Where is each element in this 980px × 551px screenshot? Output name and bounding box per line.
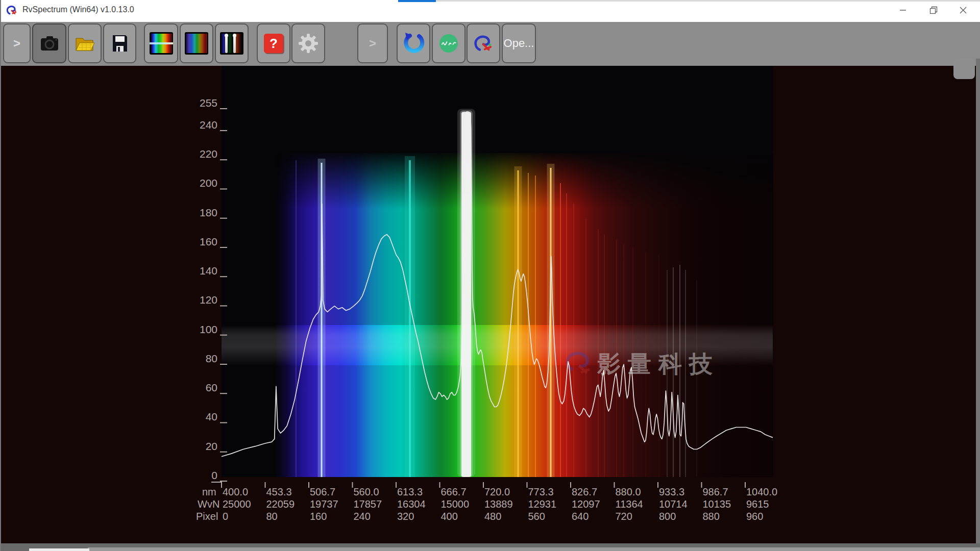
settings-button[interactable] bbox=[291, 23, 325, 63]
svg-text:9615: 9615 bbox=[746, 498, 769, 510]
svg-text:180: 180 bbox=[200, 207, 217, 218]
svg-text:100: 100 bbox=[200, 323, 217, 335]
svg-text:240: 240 bbox=[354, 511, 371, 522]
bottom-left-strip bbox=[29, 548, 89, 551]
svg-text:720: 720 bbox=[616, 511, 632, 522]
scroll-corner-handle[interactable] bbox=[953, 59, 975, 79]
svg-text:160: 160 bbox=[310, 511, 327, 522]
help-button[interactable]: ? bbox=[257, 23, 290, 63]
app-window: RvSpectrum (Win64) v1.0.13.0 > bbox=[0, 0, 980, 551]
x-axis: nm400.0453.3506.7560.0613.3666.7720.0773… bbox=[196, 482, 777, 522]
svg-text:140: 140 bbox=[200, 265, 217, 277]
restore-icon bbox=[929, 6, 938, 14]
svg-text:影量科技: 影量科技 bbox=[597, 350, 720, 378]
svg-text:800: 800 bbox=[659, 511, 676, 522]
spectrum-chart-area[interactable]: 影量科技255240220200180160140120100806040200… bbox=[1, 66, 980, 543]
rotate-ccw-icon bbox=[402, 32, 425, 55]
svg-text:880.0: 880.0 bbox=[616, 486, 641, 497]
smooth-curve-button[interactable] bbox=[432, 23, 465, 63]
save-floppy-icon bbox=[110, 33, 130, 54]
svg-text:986.7: 986.7 bbox=[703, 486, 728, 497]
svg-text:400.0: 400.0 bbox=[223, 486, 248, 497]
reset-rotate-button[interactable] bbox=[397, 23, 430, 63]
bottom-edge-highlight bbox=[88, 547, 980, 551]
svg-text:400: 400 bbox=[441, 511, 458, 522]
svg-text:nm: nm bbox=[202, 486, 216, 497]
svg-text:933.3: 933.3 bbox=[659, 486, 684, 497]
svg-text:613.3: 613.3 bbox=[397, 486, 423, 497]
rv-logo-icon bbox=[472, 32, 495, 55]
svg-text:13889: 13889 bbox=[484, 498, 513, 510]
top-accent-bar bbox=[398, 0, 436, 2]
svg-text:160: 160 bbox=[200, 236, 217, 247]
save-button[interactable] bbox=[103, 23, 136, 63]
folder-icon bbox=[74, 33, 96, 54]
svg-text:0: 0 bbox=[211, 469, 217, 481]
svg-text:10714: 10714 bbox=[659, 498, 688, 510]
expand-left-button[interactable]: > bbox=[3, 23, 31, 63]
svg-text:25000: 25000 bbox=[223, 498, 251, 510]
toolbar: > bbox=[1, 22, 980, 66]
svg-text:255: 255 bbox=[200, 97, 217, 109]
svg-text:11364: 11364 bbox=[616, 498, 643, 510]
svg-text:880: 880 bbox=[703, 511, 720, 522]
svg-text:240: 240 bbox=[200, 119, 217, 131]
open-folder-button[interactable] bbox=[68, 23, 102, 63]
restore-button[interactable] bbox=[919, 0, 948, 20]
camera-capture-button[interactable] bbox=[32, 23, 66, 63]
waveform-circle-icon bbox=[437, 32, 460, 55]
gear-icon bbox=[297, 32, 320, 55]
app-logo-icon bbox=[5, 4, 18, 17]
minimize-icon bbox=[899, 7, 906, 14]
svg-text:20: 20 bbox=[206, 440, 217, 452]
spectrum-view-1-button[interactable] bbox=[144, 23, 178, 63]
svg-text:453.3: 453.3 bbox=[266, 486, 292, 497]
close-icon bbox=[960, 7, 967, 14]
chevron-right-icon: > bbox=[13, 36, 20, 51]
svg-text:15000: 15000 bbox=[441, 498, 470, 510]
camera-icon bbox=[39, 33, 60, 54]
svg-text:Pixel: Pixel bbox=[196, 511, 218, 522]
svg-text:80: 80 bbox=[206, 353, 217, 364]
right-scrollbar-track[interactable] bbox=[976, 59, 980, 544]
close-button[interactable] bbox=[948, 0, 978, 20]
svg-text:40: 40 bbox=[206, 411, 217, 422]
svg-text:773.3: 773.3 bbox=[528, 486, 554, 497]
svg-text:560: 560 bbox=[528, 511, 545, 522]
open-more-button[interactable]: Ope... bbox=[502, 23, 536, 63]
svg-text:506.7: 506.7 bbox=[310, 486, 335, 497]
svg-text:720.0: 720.0 bbox=[484, 486, 510, 497]
svg-text:480: 480 bbox=[484, 511, 501, 522]
spectrum-thumbnail-icon bbox=[150, 32, 173, 55]
open-more-label: Ope... bbox=[504, 37, 534, 50]
spectrum-chart: 影量科技255240220200180160140120100806040200… bbox=[1, 66, 980, 543]
expand-right-button[interactable]: > bbox=[357, 23, 388, 63]
svg-text:80: 80 bbox=[266, 511, 278, 522]
spectrum-markers-icon bbox=[220, 32, 243, 55]
svg-text:320: 320 bbox=[397, 511, 414, 522]
spectrum-markers-button[interactable] bbox=[215, 23, 249, 63]
svg-text:0: 0 bbox=[223, 511, 228, 522]
svg-text:220: 220 bbox=[200, 148, 217, 160]
minimize-button[interactable] bbox=[888, 0, 918, 20]
svg-text:17857: 17857 bbox=[354, 498, 382, 510]
spectrum-view-2-button[interactable] bbox=[180, 23, 213, 63]
svg-text:560.0: 560.0 bbox=[354, 486, 379, 497]
svg-text:1040.0: 1040.0 bbox=[746, 486, 777, 497]
svg-text:826.7: 826.7 bbox=[572, 486, 597, 497]
help-icon: ? bbox=[264, 34, 283, 53]
svg-text:640: 640 bbox=[572, 511, 589, 522]
spectrum-thumbnail-icon bbox=[185, 32, 208, 55]
svg-text:12097: 12097 bbox=[572, 498, 600, 510]
svg-text:16304: 16304 bbox=[397, 498, 426, 510]
chevron-right-icon: > bbox=[369, 36, 376, 51]
plot-background bbox=[222, 66, 773, 477]
svg-text:10135: 10135 bbox=[703, 498, 731, 510]
svg-text:200: 200 bbox=[200, 177, 217, 189]
window-title: RvSpectrum (Win64) v1.0.13.0 bbox=[22, 5, 134, 14]
svg-text:960: 960 bbox=[746, 511, 763, 522]
svg-text:19737: 19737 bbox=[310, 498, 338, 510]
svg-text:666.7: 666.7 bbox=[441, 486, 467, 497]
title-bar: RvSpectrum (Win64) v1.0.13.0 bbox=[1, 0, 980, 22]
rv-logo-button[interactable] bbox=[467, 23, 500, 63]
